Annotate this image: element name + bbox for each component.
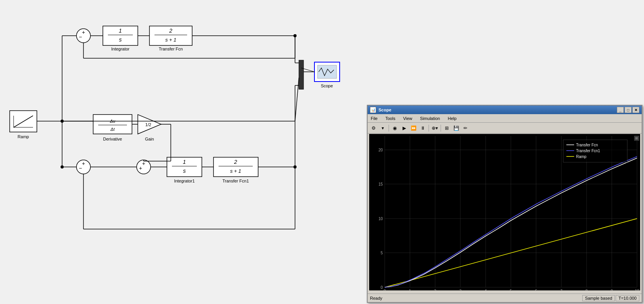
scope-titlebar-controls[interactable]: _ □ ✕ xyxy=(617,107,639,113)
scope-window[interactable]: 📊 Scope _ □ ✕ File Tools View Simulation… xyxy=(367,105,642,303)
scope-titlebar: 📊 Scope _ □ ✕ xyxy=(368,106,642,114)
svg-text:s: s xyxy=(183,168,186,174)
tb-arrow[interactable]: ▾ xyxy=(378,124,387,132)
svg-text:2: 2 xyxy=(434,289,436,290)
menu-tools[interactable]: Tools xyxy=(384,115,397,122)
svg-text:6: 6 xyxy=(535,289,537,290)
svg-text:8: 8 xyxy=(585,289,588,290)
svg-text:−: − xyxy=(79,165,82,171)
svg-text:1: 1 xyxy=(409,289,411,290)
svg-text:2: 2 xyxy=(169,28,172,34)
step-btn[interactable]: ⏩ xyxy=(409,124,418,132)
close-button[interactable]: ✕ xyxy=(632,107,639,113)
plot-svg: 0 5 10 15 20 0 1 2 3 4 5 6 7 8 9 10 xyxy=(369,134,640,290)
svg-text:7: 7 xyxy=(560,289,562,290)
scope-toolbar: ⚙ ▾ ◉ ▶ ⏩ ⏸ ⊕▾ ⊞ 💾 ✏ xyxy=(368,123,642,134)
menu-file[interactable]: File xyxy=(369,115,379,122)
maximize-button[interactable]: □ xyxy=(625,107,632,113)
svg-text:⊞: ⊞ xyxy=(635,136,638,140)
minimize-button[interactable]: _ xyxy=(617,107,624,113)
settings-btn[interactable]: ⚙ xyxy=(369,124,378,132)
svg-rect-11 xyxy=(318,65,337,78)
svg-point-32 xyxy=(61,165,64,169)
scope-plot-area: 0 5 10 15 20 0 1 2 3 4 5 6 7 8 9 10 xyxy=(369,134,640,290)
scope-menubar: File Tools View Simulation Help xyxy=(368,114,642,123)
svg-text:10: 10 xyxy=(635,289,639,290)
edit-btn[interactable]: ✏ xyxy=(461,124,470,132)
svg-text:15: 15 xyxy=(378,182,383,186)
svg-text:−: − xyxy=(79,34,82,40)
stop-btn[interactable]: ◉ xyxy=(391,124,399,132)
save-btn[interactable]: 💾 xyxy=(452,124,460,132)
svg-text:+: + xyxy=(82,160,85,167)
svg-text:2: 2 xyxy=(234,159,237,165)
svg-text:s: s xyxy=(119,36,122,43)
scope-statusbar: Ready Sample based T=10.000 xyxy=(368,294,642,302)
pause-btn[interactable]: ⏸ xyxy=(418,124,427,132)
svg-text:1: 1 xyxy=(119,28,122,34)
status-sample-based: Sample based xyxy=(582,295,615,301)
transfer-fcn-label: Transfer Fcn xyxy=(159,47,183,51)
scope-title-text: Scope xyxy=(378,108,391,112)
menu-simulation[interactable]: Simulation xyxy=(418,115,441,122)
svg-text:9: 9 xyxy=(611,289,613,290)
zoom-dropdown[interactable]: ⊕▾ xyxy=(430,124,439,132)
ramp-label: Ramp xyxy=(17,134,29,139)
svg-text:20: 20 xyxy=(378,148,383,152)
scope-block-label: Scope xyxy=(321,83,333,88)
legend-ramp: Ramp xyxy=(576,155,587,159)
scope-title-icon: 📊 xyxy=(370,107,376,113)
svg-text:0: 0 xyxy=(384,289,386,290)
svg-text:4: 4 xyxy=(484,289,487,290)
sep1 xyxy=(389,125,389,132)
svg-text:+: + xyxy=(82,29,85,35)
status-time: T=10.000 xyxy=(616,295,639,301)
autoscale-btn[interactable]: ⊞ xyxy=(443,124,451,132)
simulink-canvas: Ramp + − 1 s Integrator 2 s + 1 Transfer… xyxy=(0,0,644,304)
integrator1-label: Integrator1 xyxy=(174,179,194,183)
gain-label: Gain xyxy=(145,137,154,141)
play-btn[interactable]: ▶ xyxy=(400,124,408,132)
svg-rect-12 xyxy=(299,60,304,89)
block-diagram-svg: Ramp + − 1 s Integrator 2 s + 1 Transfer… xyxy=(0,0,349,304)
sep2 xyxy=(429,125,429,132)
svg-text:s + 1: s + 1 xyxy=(165,37,177,43)
transfer-fcn1-label: Transfer Fcn1 xyxy=(222,179,249,183)
legend-transfer-fcn1: Transfer Fcn1 xyxy=(576,149,600,153)
svg-text:Δt: Δt xyxy=(110,127,115,132)
menu-help[interactable]: Help xyxy=(446,115,458,122)
svg-text:5: 5 xyxy=(510,289,512,290)
menu-view[interactable]: View xyxy=(401,115,414,122)
svg-text:+: + xyxy=(139,165,142,171)
status-ready: Ready xyxy=(370,296,382,301)
legend-transfer-fcn: Transfer Fcn xyxy=(576,143,598,147)
svg-text:5: 5 xyxy=(380,251,383,255)
svg-line-61 xyxy=(295,78,299,121)
svg-text:1: 1 xyxy=(183,159,186,165)
integrator-label: Integrator xyxy=(111,47,129,51)
svg-text:1/2: 1/2 xyxy=(145,122,151,127)
svg-text:3: 3 xyxy=(459,289,462,290)
derivative-label: Derivative xyxy=(103,137,122,141)
status-right: Sample based T=10.000 xyxy=(582,295,639,301)
svg-text:s + 1: s + 1 xyxy=(230,168,241,174)
sep3 xyxy=(441,125,441,132)
svg-text:0: 0 xyxy=(380,285,383,290)
svg-text:10: 10 xyxy=(378,217,383,221)
